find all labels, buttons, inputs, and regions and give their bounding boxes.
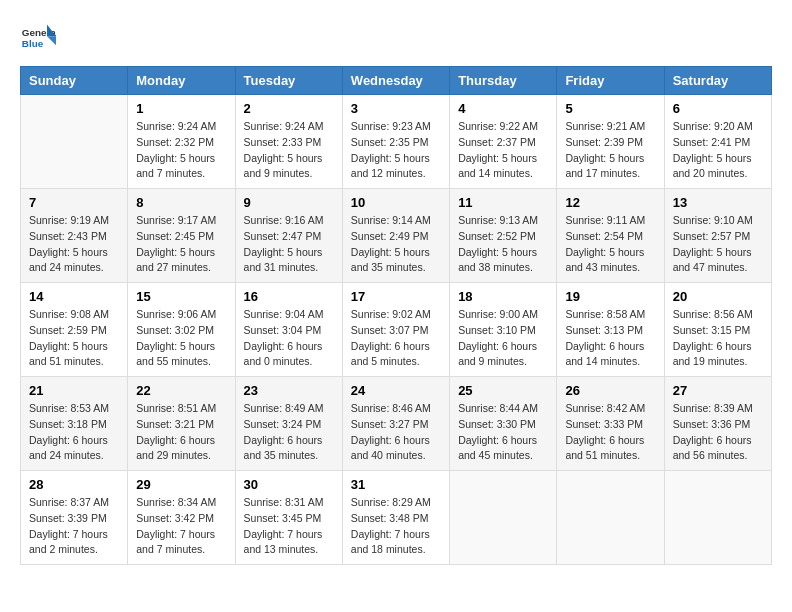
- calendar-cell: 8Sunrise: 9:17 AMSunset: 2:45 PMDaylight…: [128, 189, 235, 283]
- day-info: Sunrise: 8:53 AMSunset: 3:18 PMDaylight:…: [29, 401, 119, 464]
- calendar-cell: 13Sunrise: 9:10 AMSunset: 2:57 PMDayligh…: [664, 189, 771, 283]
- day-info: Sunrise: 9:11 AMSunset: 2:54 PMDaylight:…: [565, 213, 655, 276]
- calendar-cell: 28Sunrise: 8:37 AMSunset: 3:39 PMDayligh…: [21, 471, 128, 565]
- calendar-cell: 22Sunrise: 8:51 AMSunset: 3:21 PMDayligh…: [128, 377, 235, 471]
- calendar-cell: 2Sunrise: 9:24 AMSunset: 2:33 PMDaylight…: [235, 95, 342, 189]
- calendar-cell: 27Sunrise: 8:39 AMSunset: 3:36 PMDayligh…: [664, 377, 771, 471]
- day-number: 1: [136, 101, 226, 116]
- day-number: 21: [29, 383, 119, 398]
- day-info: Sunrise: 9:16 AMSunset: 2:47 PMDaylight:…: [244, 213, 334, 276]
- calendar-cell: 23Sunrise: 8:49 AMSunset: 3:24 PMDayligh…: [235, 377, 342, 471]
- calendar-cell: 11Sunrise: 9:13 AMSunset: 2:52 PMDayligh…: [450, 189, 557, 283]
- calendar-cell: 21Sunrise: 8:53 AMSunset: 3:18 PMDayligh…: [21, 377, 128, 471]
- day-info: Sunrise: 9:13 AMSunset: 2:52 PMDaylight:…: [458, 213, 548, 276]
- day-info: Sunrise: 9:04 AMSunset: 3:04 PMDaylight:…: [244, 307, 334, 370]
- day-number: 16: [244, 289, 334, 304]
- day-number: 28: [29, 477, 119, 492]
- calendar-cell: 29Sunrise: 8:34 AMSunset: 3:42 PMDayligh…: [128, 471, 235, 565]
- day-number: 12: [565, 195, 655, 210]
- day-info: Sunrise: 9:08 AMSunset: 2:59 PMDaylight:…: [29, 307, 119, 370]
- day-info: Sunrise: 8:34 AMSunset: 3:42 PMDaylight:…: [136, 495, 226, 558]
- day-number: 14: [29, 289, 119, 304]
- day-info: Sunrise: 9:14 AMSunset: 2:49 PMDaylight:…: [351, 213, 441, 276]
- logo: General Blue: [20, 20, 60, 56]
- day-info: Sunrise: 9:24 AMSunset: 2:33 PMDaylight:…: [244, 119, 334, 182]
- day-info: Sunrise: 9:02 AMSunset: 3:07 PMDaylight:…: [351, 307, 441, 370]
- day-info: Sunrise: 8:46 AMSunset: 3:27 PMDaylight:…: [351, 401, 441, 464]
- day-number: 20: [673, 289, 763, 304]
- day-number: 27: [673, 383, 763, 398]
- day-number: 23: [244, 383, 334, 398]
- day-info: Sunrise: 9:19 AMSunset: 2:43 PMDaylight:…: [29, 213, 119, 276]
- calendar-cell: 10Sunrise: 9:14 AMSunset: 2:49 PMDayligh…: [342, 189, 449, 283]
- day-number: 10: [351, 195, 441, 210]
- day-info: Sunrise: 9:24 AMSunset: 2:32 PMDaylight:…: [136, 119, 226, 182]
- day-number: 4: [458, 101, 548, 116]
- weekday-header-thursday: Thursday: [450, 67, 557, 95]
- day-info: Sunrise: 9:10 AMSunset: 2:57 PMDaylight:…: [673, 213, 763, 276]
- day-number: 9: [244, 195, 334, 210]
- weekday-header-monday: Monday: [128, 67, 235, 95]
- day-number: 22: [136, 383, 226, 398]
- calendar-week-row: 1Sunrise: 9:24 AMSunset: 2:32 PMDaylight…: [21, 95, 772, 189]
- calendar-cell: 5Sunrise: 9:21 AMSunset: 2:39 PMDaylight…: [557, 95, 664, 189]
- day-number: 7: [29, 195, 119, 210]
- day-number: 13: [673, 195, 763, 210]
- calendar-cell: 14Sunrise: 9:08 AMSunset: 2:59 PMDayligh…: [21, 283, 128, 377]
- day-number: 24: [351, 383, 441, 398]
- weekday-header-tuesday: Tuesday: [235, 67, 342, 95]
- calendar-cell: 20Sunrise: 8:56 AMSunset: 3:15 PMDayligh…: [664, 283, 771, 377]
- calendar-cell: 7Sunrise: 9:19 AMSunset: 2:43 PMDaylight…: [21, 189, 128, 283]
- day-info: Sunrise: 9:22 AMSunset: 2:37 PMDaylight:…: [458, 119, 548, 182]
- day-info: Sunrise: 9:20 AMSunset: 2:41 PMDaylight:…: [673, 119, 763, 182]
- weekday-header-friday: Friday: [557, 67, 664, 95]
- day-info: Sunrise: 8:29 AMSunset: 3:48 PMDaylight:…: [351, 495, 441, 558]
- day-number: 18: [458, 289, 548, 304]
- calendar-cell: 16Sunrise: 9:04 AMSunset: 3:04 PMDayligh…: [235, 283, 342, 377]
- day-number: 11: [458, 195, 548, 210]
- weekday-header-row: SundayMondayTuesdayWednesdayThursdayFrid…: [21, 67, 772, 95]
- calendar-week-row: 7Sunrise: 9:19 AMSunset: 2:43 PMDaylight…: [21, 189, 772, 283]
- weekday-header-sunday: Sunday: [21, 67, 128, 95]
- calendar-cell: 19Sunrise: 8:58 AMSunset: 3:13 PMDayligh…: [557, 283, 664, 377]
- calendar-cell: 15Sunrise: 9:06 AMSunset: 3:02 PMDayligh…: [128, 283, 235, 377]
- calendar-cell: [557, 471, 664, 565]
- day-info: Sunrise: 9:23 AMSunset: 2:35 PMDaylight:…: [351, 119, 441, 182]
- calendar-week-row: 21Sunrise: 8:53 AMSunset: 3:18 PMDayligh…: [21, 377, 772, 471]
- day-info: Sunrise: 8:49 AMSunset: 3:24 PMDaylight:…: [244, 401, 334, 464]
- calendar-cell: [21, 95, 128, 189]
- calendar-table: SundayMondayTuesdayWednesdayThursdayFrid…: [20, 66, 772, 565]
- day-number: 17: [351, 289, 441, 304]
- calendar-cell: 31Sunrise: 8:29 AMSunset: 3:48 PMDayligh…: [342, 471, 449, 565]
- calendar-cell: 30Sunrise: 8:31 AMSunset: 3:45 PMDayligh…: [235, 471, 342, 565]
- day-number: 15: [136, 289, 226, 304]
- calendar-cell: 3Sunrise: 9:23 AMSunset: 2:35 PMDaylight…: [342, 95, 449, 189]
- day-info: Sunrise: 9:06 AMSunset: 3:02 PMDaylight:…: [136, 307, 226, 370]
- day-number: 26: [565, 383, 655, 398]
- calendar-cell: 6Sunrise: 9:20 AMSunset: 2:41 PMDaylight…: [664, 95, 771, 189]
- day-number: 6: [673, 101, 763, 116]
- calendar-cell: 17Sunrise: 9:02 AMSunset: 3:07 PMDayligh…: [342, 283, 449, 377]
- day-number: 8: [136, 195, 226, 210]
- day-number: 2: [244, 101, 334, 116]
- svg-text:Blue: Blue: [22, 38, 44, 49]
- calendar-cell: 26Sunrise: 8:42 AMSunset: 3:33 PMDayligh…: [557, 377, 664, 471]
- calendar-week-row: 14Sunrise: 9:08 AMSunset: 2:59 PMDayligh…: [21, 283, 772, 377]
- calendar-cell: [664, 471, 771, 565]
- day-info: Sunrise: 8:37 AMSunset: 3:39 PMDaylight:…: [29, 495, 119, 558]
- page-header: General Blue: [20, 20, 772, 56]
- day-number: 31: [351, 477, 441, 492]
- calendar-cell: 1Sunrise: 9:24 AMSunset: 2:32 PMDaylight…: [128, 95, 235, 189]
- day-info: Sunrise: 8:58 AMSunset: 3:13 PMDaylight:…: [565, 307, 655, 370]
- calendar-cell: 25Sunrise: 8:44 AMSunset: 3:30 PMDayligh…: [450, 377, 557, 471]
- day-number: 3: [351, 101, 441, 116]
- weekday-header-wednesday: Wednesday: [342, 67, 449, 95]
- day-info: Sunrise: 8:44 AMSunset: 3:30 PMDaylight:…: [458, 401, 548, 464]
- day-info: Sunrise: 8:39 AMSunset: 3:36 PMDaylight:…: [673, 401, 763, 464]
- calendar-cell: 12Sunrise: 9:11 AMSunset: 2:54 PMDayligh…: [557, 189, 664, 283]
- day-info: Sunrise: 9:00 AMSunset: 3:10 PMDaylight:…: [458, 307, 548, 370]
- day-number: 5: [565, 101, 655, 116]
- weekday-header-saturday: Saturday: [664, 67, 771, 95]
- calendar-cell: 18Sunrise: 9:00 AMSunset: 3:10 PMDayligh…: [450, 283, 557, 377]
- calendar-cell: [450, 471, 557, 565]
